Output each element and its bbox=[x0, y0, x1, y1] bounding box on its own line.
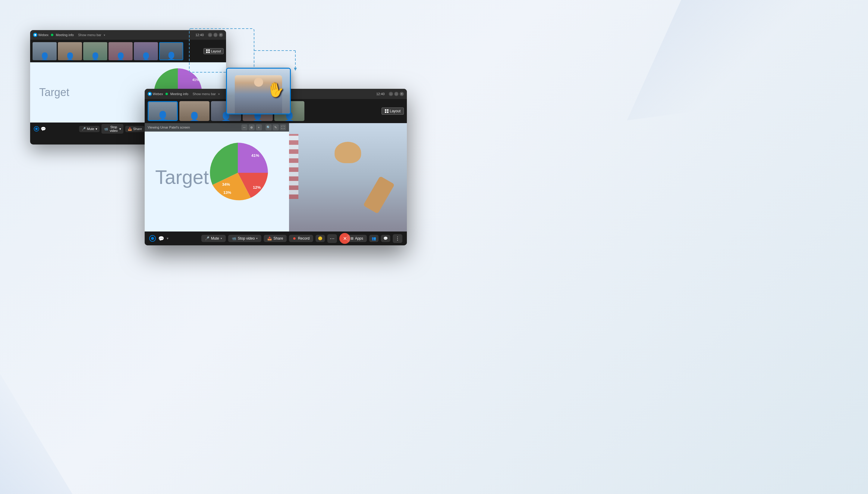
maximize-btn-small[interactable]: □ bbox=[213, 33, 218, 37]
mute-chevron-large: ▾ bbox=[221, 237, 222, 240]
chevron-small: ▾ bbox=[104, 33, 105, 37]
layout-btn-large[interactable]: Layout bbox=[382, 108, 404, 115]
share-btn-small[interactable]: 📤 Share bbox=[125, 126, 144, 132]
layout-icon-small bbox=[206, 50, 210, 53]
video-panel-large bbox=[289, 123, 407, 231]
chat-icon-large[interactable]: 💬 bbox=[158, 236, 164, 242]
video-chevron-large: ▾ bbox=[256, 237, 258, 240]
mute-chevron-small: ▾ bbox=[95, 127, 97, 131]
chat-bubble-icon-large: 💬 bbox=[383, 236, 388, 241]
thumb-5-small[interactable]: 👤 bbox=[134, 42, 158, 60]
chat-icon-small[interactable]: 💬 bbox=[41, 127, 46, 131]
stop-video-btn-small[interactable]: 📹 Stop video ▾ bbox=[102, 124, 124, 134]
chat-btn-large[interactable]: 💬 bbox=[381, 235, 390, 242]
video-icon-large: 📹 bbox=[232, 236, 236, 241]
presentation-panel-large: Viewing Umar Patel's screen ─ ⊕ + 🔍 ✎ ⛶ … bbox=[145, 123, 289, 231]
screenshare-ctrl-5[interactable]: ✎ bbox=[273, 124, 279, 130]
time-display-large: 12:40 bbox=[376, 92, 384, 96]
thumb-3-small[interactable]: 👤 bbox=[83, 42, 107, 60]
participants-icon-large: 👥 bbox=[372, 236, 376, 241]
share-icon-large: 📤 bbox=[267, 236, 272, 241]
target-text-small: Target bbox=[39, 86, 69, 99]
svg-text:34%: 34% bbox=[222, 182, 230, 187]
bg-decoration-bottom bbox=[0, 374, 121, 494]
webex-icon-small bbox=[33, 33, 37, 37]
emoji-btn-large[interactable]: 🙂 bbox=[315, 235, 325, 242]
svg-text:13%: 13% bbox=[223, 190, 231, 195]
svg-text:41%: 41% bbox=[251, 153, 259, 158]
layout-btn-small[interactable]: Layout bbox=[203, 48, 224, 54]
screen-share-label: Viewing Umar Patel's screen bbox=[148, 126, 190, 129]
small-titlebar: Webex Meeting info Show menu bar ▾ 12:40… bbox=[30, 30, 226, 40]
webex-label-small: Webex bbox=[38, 33, 49, 37]
webex-action-icon-large[interactable] bbox=[149, 235, 156, 242]
video-icon-small: 📹 bbox=[104, 127, 108, 131]
mic-icon-large: 🎤 bbox=[205, 236, 210, 241]
chat-chevron-large: ▾ bbox=[167, 236, 168, 241]
toolbar-large: 💬 ▾ 🎤 Mute ▾ 📹 Stop video ▾ 📤 Share ⏺ Re… bbox=[145, 231, 407, 245]
svg-text:12%: 12% bbox=[253, 185, 261, 190]
mute-btn-large[interactable]: 🎤 Mute ▾ bbox=[201, 235, 226, 242]
pie-chart-large: 41% 12% 13% 34% bbox=[196, 135, 280, 210]
toolbar-left-icons-large: 💬 ▾ bbox=[149, 235, 168, 242]
window-controls-large: 12:40 ─ □ ✕ bbox=[376, 92, 404, 96]
end-call-icon: ✕ bbox=[343, 236, 347, 242]
close-btn-small[interactable]: ✕ bbox=[219, 33, 223, 37]
minimize-btn-small[interactable]: ─ bbox=[208, 33, 212, 37]
webex-action-icon-small bbox=[34, 126, 39, 132]
emoji-icon-large: 🙂 bbox=[318, 236, 323, 241]
thumb-2-large[interactable]: 👤 bbox=[179, 101, 210, 121]
participants-btn-large[interactable]: 👥 bbox=[369, 235, 379, 242]
meeting-status-dot-large bbox=[165, 93, 168, 95]
window-controls-small: 12:40 ─ □ ✕ bbox=[195, 33, 223, 37]
more-btn-large[interactable]: ⋯ bbox=[327, 234, 337, 243]
webex-logo-small: Webex bbox=[33, 33, 49, 37]
share-btn-large[interactable]: 📤 Share bbox=[264, 235, 287, 242]
minimize-btn-large[interactable]: ─ bbox=[389, 92, 393, 96]
webex-icon-large bbox=[148, 92, 152, 96]
apps-icon-large: ⊞ bbox=[350, 236, 354, 241]
thumb-2-small[interactable]: 👤 bbox=[58, 42, 82, 60]
more-options-btn-large[interactable]: ⋮ bbox=[393, 234, 402, 243]
time-display-small: 12:40 bbox=[195, 33, 204, 37]
thumb-4-small[interactable]: 👤 bbox=[109, 42, 132, 60]
stop-video-btn-large[interactable]: 📹 Stop video ▾ bbox=[228, 235, 261, 242]
svg-text:41%: 41% bbox=[192, 78, 199, 81]
close-btn-large[interactable]: ✕ bbox=[400, 92, 404, 96]
bg-decoration-top bbox=[627, 0, 808, 120]
record-icon-large: ⏺ bbox=[293, 236, 296, 241]
thumbnail-strip-small: 👤 👤 👤 👤 👤 👤 bbox=[30, 40, 226, 62]
toolbar-right-large: ⊞ Apps 👥 💬 ⋮ bbox=[347, 234, 402, 243]
main-content-area-large: Viewing Umar Patel's screen ─ ⊕ + 🔍 ✎ ⛶ … bbox=[145, 123, 407, 231]
mic-icon-small: 🎤 bbox=[82, 127, 86, 131]
thumb-highlight-large[interactable]: 👤 bbox=[148, 101, 178, 121]
webex-logo-large: Webex bbox=[148, 92, 163, 96]
screenshare-bar: Viewing Umar Patel's screen ─ ⊕ + 🔍 ✎ ⛶ bbox=[145, 123, 289, 132]
screenshare-ctrl-4[interactable]: 🔍 bbox=[266, 124, 272, 130]
thumb-1-small[interactable]: 👤 bbox=[33, 42, 57, 60]
meeting-status-dot-small bbox=[51, 34, 53, 36]
video-chevron-small: ▾ bbox=[119, 127, 121, 131]
show-menu-bar-large[interactable]: Show menu bar bbox=[193, 92, 216, 96]
record-btn-large[interactable]: ⏺ Record bbox=[289, 235, 313, 242]
toolbar-left-icons-small: 💬 bbox=[34, 126, 46, 132]
layout-icon-large bbox=[385, 109, 388, 113]
mute-btn-small[interactable]: 🎤 Mute ▾ bbox=[79, 126, 100, 132]
screenshare-ctrl-3[interactable]: + bbox=[256, 124, 262, 130]
screenshare-ctrl-6[interactable]: ⛶ bbox=[280, 124, 286, 130]
share-icon-small: 📤 bbox=[128, 127, 132, 131]
menu-bar-chevron-large: ▾ bbox=[218, 92, 220, 96]
meeting-info-label-small: Meeting info bbox=[56, 33, 74, 37]
svg-marker-7 bbox=[294, 68, 297, 71]
meeting-info-label-large[interactable]: Meeting info bbox=[170, 92, 188, 96]
screenshare-ctrl-2[interactable]: ⊕ bbox=[249, 124, 255, 130]
apps-btn-large[interactable]: ⊞ Apps bbox=[347, 235, 367, 242]
maximize-btn-large[interactable]: □ bbox=[394, 92, 398, 96]
webex-label-large: Webex bbox=[153, 92, 163, 96]
screenshare-ctrl-1[interactable]: ─ bbox=[241, 124, 248, 130]
show-menu-bar-small[interactable]: Show menu bar bbox=[78, 33, 101, 37]
thumb-6-small[interactable]: 👤 bbox=[159, 42, 183, 60]
drag-cursor: ✋ bbox=[266, 80, 286, 100]
